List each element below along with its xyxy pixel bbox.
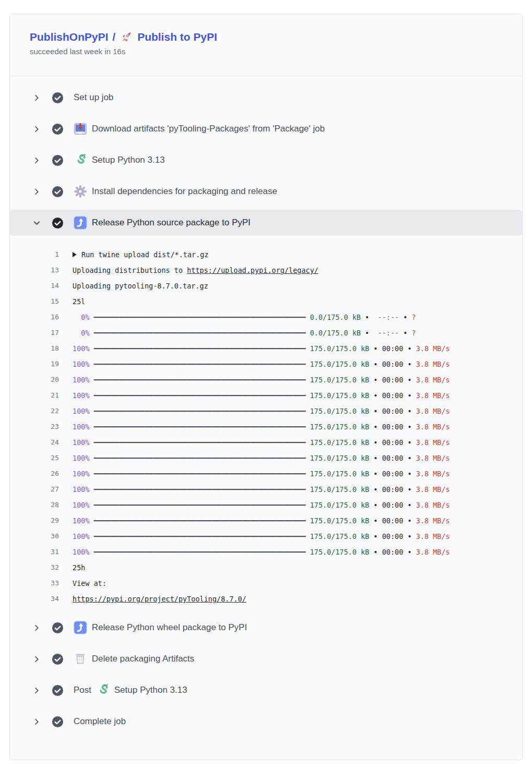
- log-line-number[interactable]: 16: [10, 309, 59, 325]
- log-link[interactable]: https://upload.pypi.org/legacy/: [187, 266, 318, 274]
- progress-rate: 3.8 MB/s: [416, 423, 450, 431]
- step-row-install-dependencies[interactable]: Install dependencies for packaging and r…: [10, 176, 522, 207]
- progress-rate: 3.8 MB/s: [416, 485, 450, 494]
- progress-bar: ━━━━━━━━━━━━━━━━━━━━━━━━━━━━━━━━━━━━━━━━…: [94, 438, 306, 447]
- progress-percent: 100%: [72, 532, 90, 540]
- success-check-icon: [52, 622, 64, 634]
- progress-rate: 3.8 MB/s: [416, 532, 450, 540]
- progress-time: 00:00: [382, 407, 403, 415]
- log-line-number[interactable]: 27: [10, 482, 59, 497]
- progress-size: 175.0/175.0 kB: [310, 454, 369, 462]
- log-line-number[interactable]: 13: [10, 262, 59, 278]
- step-row-delete-packaging-artifacts[interactable]: Delete packaging Artifacts: [10, 643, 522, 675]
- log-link[interactable]: https://pypi.org/project/pyTooling/8.7.0…: [72, 595, 246, 603]
- progress-time: 00:00: [382, 532, 403, 540]
- log-text: 25h: [72, 563, 85, 572]
- log-line: 24100% ━━━━━━━━━━━━━━━━━━━━━━━━━━━━━━━━━…: [10, 435, 522, 450]
- log-line-number[interactable]: 14: [10, 278, 59, 294]
- progress-time: 00:00: [382, 485, 403, 494]
- log-line-number[interactable]: 24: [10, 435, 59, 450]
- log-line: 31100% ━━━━━━━━━━━━━━━━━━━━━━━━━━━━━━━━━…: [10, 544, 522, 560]
- step-row-release-source-package[interactable]: Release Python source package to PyPI: [10, 210, 522, 236]
- progress-bar: ━━━━━━━━━━━━━━━━━━━━━━━━━━━━━━━━━━━━━━━━…: [94, 423, 306, 431]
- log-text: 25l: [72, 297, 85, 306]
- log-line-number[interactable]: 23: [10, 419, 59, 435]
- step-prefix: Post: [74, 685, 91, 695]
- steps-list: Set up job Download artifacts 'pyTooling…: [10, 76, 522, 737]
- step-row-release-wheel-package[interactable]: Release Python wheel package to PyPI: [10, 612, 522, 643]
- log-line-number[interactable]: 19: [10, 356, 59, 372]
- progress-rate: 3.8 MB/s: [416, 516, 450, 525]
- log-command-text: Run twine upload dist/*.tar.gz: [81, 250, 209, 259]
- progress-time: 00:00: [382, 548, 403, 556]
- log-line-number[interactable]: 21: [10, 388, 59, 403]
- progress-size: 175.0/175.0 kB: [310, 548, 369, 556]
- chevron-down-icon: [33, 219, 41, 227]
- step-row-setup-python[interactable]: Setup Python 3.13: [10, 145, 522, 176]
- log-line-number[interactable]: 26: [10, 466, 59, 482]
- chevron-right-icon: [33, 125, 41, 133]
- progress-percent: 100%: [72, 438, 90, 447]
- progress-rate: ?: [412, 329, 416, 337]
- progress-percent: 0%: [72, 329, 90, 337]
- progress-percent: 100%: [72, 360, 90, 368]
- progress-time: 00:00: [382, 344, 403, 353]
- log-line-number[interactable]: 28: [10, 497, 59, 513]
- log-line-number[interactable]: 34: [10, 591, 59, 607]
- log-line-number[interactable]: 32: [10, 560, 59, 575]
- log-line-number[interactable]: 33: [10, 575, 59, 591]
- log-line-number[interactable]: 18: [10, 341, 59, 356]
- workflow-run-page: PublishOnPyPI / Publish to PyPI succeede…: [0, 0, 532, 769]
- log-line: 14Uploading pytooling-8.7.0.tar.gz: [10, 278, 522, 294]
- log-line-number[interactable]: 31: [10, 544, 59, 560]
- progress-percent: 100%: [72, 470, 90, 478]
- step-row-complete-job[interactable]: Complete job: [10, 706, 522, 737]
- log-line: 25100% ━━━━━━━━━━━━━━━━━━━━━━━━━━━━━━━━━…: [10, 450, 522, 466]
- progress-percent: 100%: [72, 391, 90, 400]
- snake-icon: [74, 153, 87, 167]
- chevron-right-icon: [33, 686, 41, 694]
- log-line-number[interactable]: 15: [10, 294, 59, 309]
- progress-bar: ━━━━━━━━━━━━━━━━━━━━━━━━━━━━━━━━━━━━━━━━…: [94, 548, 306, 556]
- step-label: Release Python source package to PyPI: [92, 218, 250, 228]
- progress-rate: 3.8 MB/s: [416, 391, 450, 400]
- log-line-number[interactable]: 20: [10, 372, 59, 388]
- progress-time: 00:00: [382, 501, 403, 509]
- step-label: Install dependencies for packaging and r…: [92, 186, 277, 197]
- log-line-number[interactable]: 29: [10, 513, 59, 528]
- progress-time: 00:00: [382, 391, 403, 400]
- progress-time: --:--: [378, 313, 399, 321]
- step-row-post-setup-python[interactable]: Post Setup Python 3.13: [10, 675, 522, 706]
- chevron-right-icon: [33, 93, 41, 102]
- progress-rate: ?: [412, 313, 416, 321]
- progress-bar: ━━━━━━━━━━━━━━━━━━━━━━━━━━━━━━━━━━━━━━━━…: [94, 501, 306, 509]
- log-line: 29100% ━━━━━━━━━━━━━━━━━━━━━━━━━━━━━━━━━…: [10, 513, 522, 528]
- progress-size: 175.0/175.0 kB: [310, 532, 369, 540]
- log-line: 3225h: [10, 560, 522, 575]
- progress-time: 00:00: [382, 376, 403, 384]
- step-row-set-up-job[interactable]: Set up job: [10, 82, 522, 113]
- log-line: 33View at:: [10, 575, 522, 591]
- job-steps-card: PublishOnPyPI / Publish to PyPI succeede…: [9, 14, 523, 760]
- progress-percent: 100%: [72, 454, 90, 462]
- log-line: 17 0% ━━━━━━━━━━━━━━━━━━━━━━━━━━━━━━━━━━…: [10, 325, 522, 341]
- log-line-number[interactable]: 22: [10, 403, 59, 419]
- success-check-icon: [52, 123, 64, 135]
- progress-percent: 100%: [72, 548, 90, 556]
- log-line: 20100% ━━━━━━━━━━━━━━━━━━━━━━━━━━━━━━━━━…: [10, 372, 522, 388]
- log-line-number[interactable]: 30: [10, 528, 59, 544]
- progress-size: 175.0/175.0 kB: [310, 438, 369, 447]
- log-line-number[interactable]: 17: [10, 325, 59, 341]
- log-line: 21100% ━━━━━━━━━━━━━━━━━━━━━━━━━━━━━━━━━…: [10, 388, 522, 403]
- step-row-download-artifacts[interactable]: Download artifacts 'pyTooling-Packages' …: [10, 113, 522, 145]
- progress-time: 00:00: [382, 454, 403, 462]
- progress-percent: 100%: [72, 344, 90, 353]
- progress-bar: ━━━━━━━━━━━━━━━━━━━━━━━━━━━━━━━━━━━━━━━━…: [94, 376, 306, 384]
- log-output: 1Run twine upload dist/*.tar.gz13Uploadi…: [10, 236, 522, 612]
- log-line: 16 0% ━━━━━━━━━━━━━━━━━━━━━━━━━━━━━━━━━━…: [10, 309, 522, 325]
- log-line-number[interactable]: 25: [10, 450, 59, 466]
- log-line-number[interactable]: 1: [10, 247, 59, 262]
- curved-up-arrow-icon: [74, 621, 87, 634]
- log-line: 18100% ━━━━━━━━━━━━━━━━━━━━━━━━━━━━━━━━━…: [10, 341, 522, 356]
- progress-size: 175.0/175.0 kB: [310, 501, 369, 509]
